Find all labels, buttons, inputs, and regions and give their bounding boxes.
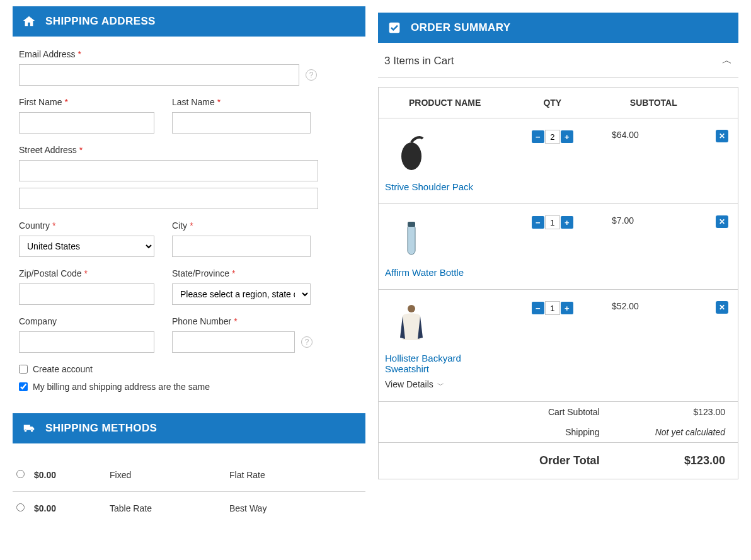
chevron-down-icon: ﹀ xyxy=(437,381,444,389)
country-select[interactable]: United States xyxy=(19,236,154,257)
svg-point-4 xyxy=(408,305,415,312)
home-icon xyxy=(21,14,37,29)
remove-item-button[interactable]: ✕ xyxy=(716,215,728,228)
shipping-method-radio[interactable] xyxy=(16,503,25,511)
street-label: Street Address* xyxy=(19,145,318,155)
order-total-label: Order Total xyxy=(379,443,612,479)
item-subtotal: $64.00 xyxy=(600,118,706,204)
cart-count-toggle[interactable]: 3 Items in Cart ︿ xyxy=(378,43,738,78)
shipping-methods-table: $0.00 Fixed Flat Rate $0.00 Table Rate B… xyxy=(13,459,365,525)
shipping-method-row[interactable]: $0.00 Table Rate Best Way xyxy=(13,492,365,525)
shipping-carrier: Flat Rate xyxy=(226,459,365,492)
truck-icon xyxy=(21,421,37,436)
qty-input[interactable] xyxy=(545,130,560,144)
chevron-up-icon: ︿ xyxy=(722,54,732,67)
shipping-methods-title: SHIPPING METHODS xyxy=(45,422,157,435)
country-label: Country* xyxy=(19,220,154,231)
shipping-method-name: Fixed xyxy=(106,459,226,492)
shipping-method-radio[interactable] xyxy=(16,470,25,478)
item-subtotal: $7.00 xyxy=(600,204,706,290)
create-account-label: Create account xyxy=(33,364,93,374)
col-product: PRODUCT NAME xyxy=(379,88,505,118)
cart-items-table: PRODUCT NAME QTY SUBTOTAL Strive Shoulde… xyxy=(378,87,738,402)
remove-item-button[interactable]: ✕ xyxy=(716,301,728,314)
cart-subtotal-value: $123.00 xyxy=(612,402,738,422)
product-name-link[interactable]: Hollister Backyard Sweatshirt xyxy=(385,353,498,374)
email-field[interactable] xyxy=(19,64,299,86)
qty-decrease-button[interactable]: − xyxy=(532,216,544,229)
svg-point-1 xyxy=(401,142,421,170)
svg-rect-2 xyxy=(408,224,415,254)
first-name-label: First Name* xyxy=(19,97,154,107)
shipping-price: $0.00 xyxy=(30,459,106,492)
item-subtotal: $52.00 xyxy=(600,290,706,402)
first-name-field[interactable] xyxy=(19,112,154,134)
order-summary-header: ORDER SUMMARY xyxy=(378,13,738,43)
order-summary-title: ORDER SUMMARY xyxy=(411,21,511,34)
zip-label: Zip/Postal Code* xyxy=(19,268,154,278)
create-account-checkbox[interactable] xyxy=(19,365,28,374)
street-field-1[interactable] xyxy=(19,160,318,181)
qty-decrease-button[interactable]: − xyxy=(532,302,544,314)
help-icon[interactable]: ? xyxy=(301,336,312,348)
same-address-checkbox[interactable] xyxy=(19,382,28,391)
phone-field[interactable] xyxy=(172,331,295,353)
shipping-carrier: Best Way xyxy=(226,492,365,525)
cart-item-row: Hollister Backyard Sweatshirt View Detai… xyxy=(379,290,738,402)
company-label: Company xyxy=(19,316,154,326)
product-image xyxy=(393,215,430,261)
company-field[interactable] xyxy=(19,331,154,353)
cart-subtotal-label: Cart Subtotal xyxy=(379,402,612,422)
state-label: State/Province* xyxy=(172,268,311,278)
zip-field[interactable] xyxy=(19,283,154,305)
cart-count-text: 3 Items in Cart xyxy=(384,55,454,67)
order-totals: Cart Subtotal $123.00 Shipping Not yet c… xyxy=(378,402,738,479)
product-name-link[interactable]: Affirm Water Bottle xyxy=(385,267,498,278)
col-subtotal: SUBTOTAL xyxy=(600,88,706,118)
product-name-link[interactable]: Strive Shoulder Pack xyxy=(385,181,498,192)
checkbox-icon xyxy=(387,20,402,35)
product-image xyxy=(393,130,430,175)
col-delete xyxy=(707,88,738,118)
shipping-price: $0.00 xyxy=(30,492,106,525)
qty-decrease-button[interactable]: − xyxy=(532,130,544,143)
qty-increase-button[interactable]: + xyxy=(561,216,573,229)
city-label: City* xyxy=(172,220,311,231)
remove-item-button[interactable]: ✕ xyxy=(716,130,728,142)
view-details-toggle[interactable]: View Details ﹀ xyxy=(385,379,498,390)
svg-rect-3 xyxy=(408,222,415,227)
last-name-label: Last Name* xyxy=(172,97,311,107)
state-select[interactable]: Please select a region, state or provinc… xyxy=(172,283,311,305)
shipping-method-name: Table Rate xyxy=(106,492,226,525)
shipping-label: Shipping xyxy=(379,422,612,443)
order-total-value: $123.00 xyxy=(612,443,738,479)
last-name-field[interactable] xyxy=(172,112,311,134)
help-icon[interactable]: ? xyxy=(306,69,317,81)
qty-input[interactable] xyxy=(545,301,560,315)
email-label: Email Address* xyxy=(19,49,359,59)
shipping-address-header: SHIPPING ADDRESS xyxy=(13,6,365,37)
shipping-value: Not yet calculated xyxy=(612,422,738,443)
cart-item-row: Strive Shoulder Pack −+ $64.00 ✕ xyxy=(379,118,738,204)
qty-increase-button[interactable]: + xyxy=(561,130,573,143)
shipping-methods-header: SHIPPING METHODS xyxy=(13,413,365,443)
city-field[interactable] xyxy=(172,236,311,257)
phone-label: Phone Number* xyxy=(172,316,312,326)
col-qty: QTY xyxy=(505,88,601,118)
product-image xyxy=(393,301,430,346)
qty-input[interactable] xyxy=(545,215,560,229)
qty-increase-button[interactable]: + xyxy=(561,302,573,314)
street-field-2[interactable] xyxy=(19,188,318,209)
shipping-method-row[interactable]: $0.00 Fixed Flat Rate xyxy=(13,459,365,492)
shipping-address-title: SHIPPING ADDRESS xyxy=(45,15,156,28)
same-address-label: My billing and shipping address are the … xyxy=(33,382,210,392)
cart-item-row: Affirm Water Bottle −+ $7.00 ✕ xyxy=(379,204,738,290)
